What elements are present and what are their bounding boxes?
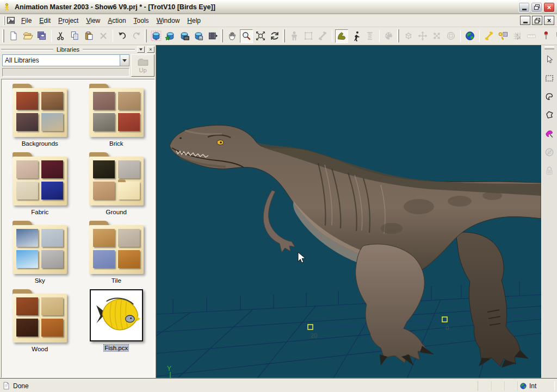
page-status-icon xyxy=(2,382,10,390)
lock-cp-tool-button[interactable] xyxy=(543,164,556,177)
render-to-file-button[interactable] xyxy=(192,29,205,43)
scalearrows-icon xyxy=(431,30,442,41)
bound-manipulator-button[interactable] xyxy=(402,29,415,43)
delete-button[interactable] xyxy=(97,29,110,43)
menu-action[interactable]: Action xyxy=(104,15,129,26)
open-project-button[interactable] xyxy=(21,29,34,43)
menu-view[interactable]: View xyxy=(82,15,104,26)
hand-icon xyxy=(227,30,238,41)
muscle-mode-button[interactable] xyxy=(335,29,348,43)
poly-lasso-tool-button[interactable] xyxy=(543,108,556,122)
library-item-label: Backgrounds xyxy=(22,140,58,147)
render-mode-button[interactable] xyxy=(150,29,163,43)
paste-button[interactable] xyxy=(83,29,96,43)
menu-edit[interactable]: Edit xyxy=(35,15,54,26)
menu-help[interactable]: Help xyxy=(183,15,205,26)
texture-thumbnail xyxy=(41,229,63,247)
folder-thumbnails xyxy=(93,160,140,200)
menu-tools[interactable]: Tools xyxy=(130,15,153,26)
status-zone-pane: Int xyxy=(517,381,555,391)
render-to-film-button[interactable] xyxy=(178,29,191,43)
film-icon xyxy=(207,30,218,41)
library-item-fabric[interactable]: Fabric xyxy=(5,152,75,215)
texture-thumbnail xyxy=(16,113,38,131)
new-project-button[interactable] xyxy=(7,29,20,43)
zoomfit-icon xyxy=(255,30,266,41)
turn-view-button[interactable] xyxy=(268,29,281,43)
texture-thumbnail xyxy=(16,229,38,247)
library-item-brick[interactable]: Brick xyxy=(82,84,151,147)
snap-to-grid-button[interactable] xyxy=(511,29,524,43)
paste-icon xyxy=(84,30,95,41)
scale-manipulator-button[interactable] xyxy=(430,29,443,43)
menu-file[interactable]: File xyxy=(17,15,35,26)
fit-view-button[interactable] xyxy=(254,29,267,43)
library-item-wood[interactable]: Wood xyxy=(5,289,75,352)
cut-button[interactable] xyxy=(54,29,67,43)
panel-close-button[interactable]: × xyxy=(147,46,154,53)
show-rulers-button[interactable] xyxy=(525,29,538,43)
rotate-disc-tool-button[interactable] xyxy=(543,145,556,159)
rect-select-tool-button[interactable] xyxy=(543,71,556,85)
restore-button[interactable] xyxy=(531,2,542,13)
trex-model[interactable] xyxy=(170,125,541,368)
modeling-mode-button[interactable] xyxy=(288,29,301,43)
lasso-tool-button[interactable] xyxy=(543,90,556,103)
add-bone-button[interactable] xyxy=(482,29,496,43)
folder-thumbnails xyxy=(16,92,63,131)
bones-mode-button[interactable] xyxy=(316,29,329,43)
group-tool-button[interactable] xyxy=(543,127,556,140)
key-filters-button[interactable] xyxy=(497,29,510,43)
library-item-sky[interactable]: Sky xyxy=(5,221,75,284)
birds-eye-viewport[interactable]: 20 0 Y xyxy=(156,45,541,379)
undo-button[interactable] xyxy=(116,29,129,43)
pin-button[interactable] xyxy=(539,29,552,43)
rotate-manipulator-button[interactable] xyxy=(444,29,457,43)
skeletal-mode-button[interactable] xyxy=(349,29,362,43)
menu-window[interactable]: Window xyxy=(153,15,184,26)
library-item-ground[interactable]: Ground xyxy=(82,152,151,215)
mdi-close-button[interactable]: × xyxy=(544,16,554,25)
move-view-button[interactable] xyxy=(226,29,239,43)
viewport-canvas: 20 0 Y xyxy=(156,45,541,379)
panel-menu-button[interactable] xyxy=(137,46,145,53)
menu-project[interactable]: Project xyxy=(54,15,82,26)
combobox-dropdown-button[interactable] xyxy=(120,55,129,66)
library-item-backgrounds[interactable]: Backgrounds xyxy=(5,84,75,147)
color-mode-button[interactable] xyxy=(382,29,395,43)
mdi-minimize-button[interactable] xyxy=(520,16,530,25)
copy-button[interactable] xyxy=(69,29,82,43)
folder-icon xyxy=(13,289,67,343)
library-item-label: Ground xyxy=(106,209,127,215)
child-window-icon[interactable] xyxy=(7,16,15,24)
save-project-button[interactable] xyxy=(35,29,48,43)
texture-thumbnail xyxy=(41,182,63,200)
world-space-button[interactable] xyxy=(463,29,476,43)
render-lock-button[interactable] xyxy=(164,29,177,43)
translate-manipulator-button[interactable] xyxy=(416,29,429,43)
up-button[interactable]: Up xyxy=(131,54,154,77)
close-button[interactable]: × xyxy=(543,2,555,13)
redo-button[interactable] xyxy=(130,29,143,43)
library-item-label: Fish.pcx xyxy=(104,345,128,351)
toolbar-separator xyxy=(479,30,480,42)
library-item-tile[interactable]: Tile xyxy=(82,221,151,284)
folder-thumbnails xyxy=(16,160,63,200)
edit-tool-button[interactable] xyxy=(543,53,556,66)
toolbar-separator xyxy=(51,30,52,42)
cage-icon xyxy=(303,30,314,41)
preview-animation-button[interactable] xyxy=(206,29,219,43)
library-item-fish-pcx[interactable]: Fish.pcx xyxy=(82,289,151,352)
snap-magnet-button[interactable] xyxy=(553,29,557,43)
mdi-restore-button[interactable] xyxy=(532,16,542,25)
library-combobox[interactable]: All Libraries xyxy=(2,54,129,66)
dynamics-mode-button[interactable] xyxy=(363,29,376,43)
zoom-view-button[interactable] xyxy=(240,29,253,43)
bone-icon xyxy=(317,30,328,41)
minimize-button[interactable] xyxy=(518,2,530,13)
cp-marker-20[interactable] xyxy=(308,325,313,329)
toolbar-separator xyxy=(332,30,332,42)
keygrid-icon xyxy=(498,30,509,41)
distort-mode-button[interactable] xyxy=(302,29,315,43)
status-pane xyxy=(491,381,504,391)
